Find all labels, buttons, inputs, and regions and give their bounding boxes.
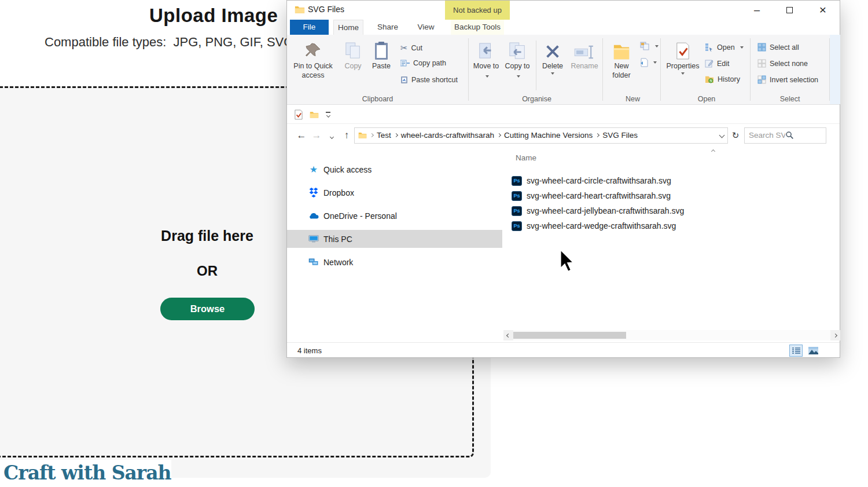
- breadcrumb-cutting-machine-versions[interactable]: Cutting Machine Versions: [504, 131, 593, 140]
- copy-to-button[interactable]: Copy to: [503, 38, 531, 80]
- ribbon-group-new: New folder New: [605, 35, 660, 105]
- cut-button[interactable]: ✂ Cut: [400, 43, 422, 53]
- tab-file[interactable]: File: [290, 20, 329, 35]
- file-row[interactable]: Ps svg-wheel-card-wedge-craftwithsarah.s…: [512, 218, 676, 233]
- tab-home[interactable]: Home: [333, 20, 363, 35]
- tab-share[interactable]: Share: [373, 20, 403, 35]
- up-button[interactable]: ↑: [339, 130, 354, 141]
- dropdown-arrow-icon: [740, 46, 744, 49]
- open-button[interactable]: Open: [705, 43, 744, 52]
- new-group-label: New: [605, 95, 660, 103]
- copy-label: Copy: [344, 62, 361, 70]
- address-dropdown-icon[interactable]: [719, 133, 725, 138]
- chevron-down-icon: [329, 134, 333, 138]
- maximize-button[interactable]: [778, 3, 801, 17]
- ribbon-group-clipboard: Pin to Quick access Copy Paste ✂ Cut: [287, 35, 468, 105]
- site-logo: Craft with Sarah: [0, 460, 171, 485]
- minimize-button[interactable]: –: [745, 3, 768, 17]
- search-placeholder: Search SVG Fi...: [749, 131, 785, 140]
- new-folder-button[interactable]: New folder: [606, 38, 637, 80]
- window-titlebar[interactable]: SVG Files Not backed up – ×: [287, 1, 840, 20]
- search-icon[interactable]: [785, 131, 822, 140]
- new-folder-shortcut-icon[interactable]: [310, 111, 319, 119]
- tab-backup-tools[interactable]: Backup Tools: [451, 20, 504, 35]
- invert-selection-button[interactable]: Invert selection: [757, 75, 818, 84]
- thumbnail-view-icon: [808, 347, 818, 354]
- breadcrumb-test[interactable]: Test: [377, 131, 391, 140]
- chevron-down-icon: [326, 113, 330, 118]
- copy-button[interactable]: Copy: [340, 38, 366, 71]
- thumbnail-view-button[interactable]: [807, 345, 820, 357]
- scroll-left-button[interactable]: [503, 330, 513, 340]
- paste-shortcut-icon: [400, 75, 408, 84]
- file-row[interactable]: Ps svg-wheel-card-heart-craftwithsarah.s…: [512, 188, 671, 203]
- status-bar: 4 items: [287, 342, 840, 358]
- copy-path-button[interactable]: Copy path: [400, 59, 446, 67]
- history-button[interactable]: History: [705, 75, 740, 83]
- copy-to-icon: [503, 38, 531, 60]
- scroll-right-button[interactable]: [830, 330, 840, 340]
- search-box[interactable]: Search SVG Fi...: [744, 127, 826, 144]
- new-folder-icon: [606, 38, 637, 60]
- horizontal-scrollbar[interactable]: [503, 330, 840, 340]
- breadcrumb-wheel-cards[interactable]: wheel-cards-craftwithsarah: [401, 131, 494, 140]
- view-toggle-buttons: [789, 345, 820, 357]
- window-title: SVG Files: [308, 5, 344, 14]
- rename-label: Rename: [571, 62, 598, 70]
- sidebar-item-onedrive[interactable]: OneDrive - Personal: [287, 207, 502, 225]
- sidebar-item-quick-access[interactable]: ★ Quick access: [287, 160, 502, 178]
- address-bar[interactable]: Test wheel-cards-craftwithsarah Cutting …: [354, 127, 728, 144]
- new-item-icon: [640, 42, 650, 50]
- quick-access-toolbar: [287, 105, 840, 124]
- maximize-icon: [786, 7, 793, 13]
- sort-ascending-icon[interactable]: [711, 149, 715, 153]
- pin-to-quick-access-button[interactable]: Pin to Quick access: [288, 38, 338, 80]
- scrollbar-thumb[interactable]: [513, 332, 626, 339]
- sidebar-item-this-pc[interactable]: This PC: [287, 230, 502, 248]
- easy-access-button[interactable]: [640, 58, 657, 67]
- paste-button[interactable]: Paste: [368, 38, 395, 71]
- file-list: Name Ps svg-wheel-card-circle-craftwiths…: [503, 147, 840, 331]
- paste-shortcut-button[interactable]: Paste shortcut: [400, 75, 458, 84]
- select-group-label: Select: [753, 95, 827, 103]
- file-name: svg-wheel-card-heart-craftwithsarah.svg: [527, 191, 671, 200]
- properties-icon: [666, 38, 700, 60]
- cut-icon: ✂: [400, 43, 408, 53]
- open-group-label: Open: [663, 95, 750, 103]
- browse-button[interactable]: Browse: [160, 298, 255, 320]
- move-to-label: Move to: [473, 62, 499, 70]
- sidebar-item-network[interactable]: Network: [287, 253, 502, 271]
- rename-button[interactable]: Rename: [568, 38, 601, 71]
- column-header-name[interactable]: Name: [516, 153, 536, 162]
- move-to-icon: [472, 38, 500, 60]
- select-all-button[interactable]: Select all: [757, 43, 799, 52]
- recent-locations-icon[interactable]: [324, 130, 339, 141]
- open-label: Open: [717, 43, 735, 52]
- pin-icon: [288, 38, 338, 60]
- properties-button[interactable]: Properties: [666, 38, 700, 75]
- forward-button[interactable]: →: [309, 130, 324, 141]
- refresh-button[interactable]: ↻: [728, 130, 743, 141]
- file-row[interactable]: Ps svg-wheel-card-jellybean-craftwithsar…: [512, 203, 684, 218]
- dropdown-arrow-icon: [551, 72, 554, 75]
- chevron-right-icon: [595, 133, 599, 137]
- new-item-button[interactable]: [640, 42, 659, 50]
- file-name: svg-wheel-card-wedge-craftwithsarah.svg: [527, 221, 676, 230]
- properties-shortcut-icon[interactable]: [294, 109, 303, 120]
- file-row[interactable]: Ps svg-wheel-card-circle-craftwithsarah.…: [512, 173, 671, 188]
- move-to-button[interactable]: Move to: [472, 38, 500, 80]
- breadcrumb-svg-files[interactable]: SVG Files: [602, 131, 638, 140]
- select-none-button[interactable]: Select none: [757, 59, 808, 68]
- photoshop-file-icon: Ps: [512, 206, 522, 216]
- copy-path-icon: [400, 60, 410, 67]
- close-button[interactable]: ×: [811, 3, 834, 17]
- sidebar-item-label: Quick access: [323, 165, 372, 174]
- details-view-button[interactable]: [789, 345, 803, 357]
- back-button[interactable]: ←: [294, 130, 309, 141]
- edit-button[interactable]: Edit: [705, 59, 730, 68]
- delete-button[interactable]: Delete: [539, 38, 567, 75]
- customize-quick-access-toolbar-icon[interactable]: [326, 112, 330, 117]
- tab-view[interactable]: View: [411, 20, 441, 35]
- paste-shortcut-label: Paste shortcut: [411, 76, 458, 84]
- sidebar-item-dropbox[interactable]: Dropbox: [287, 184, 502, 202]
